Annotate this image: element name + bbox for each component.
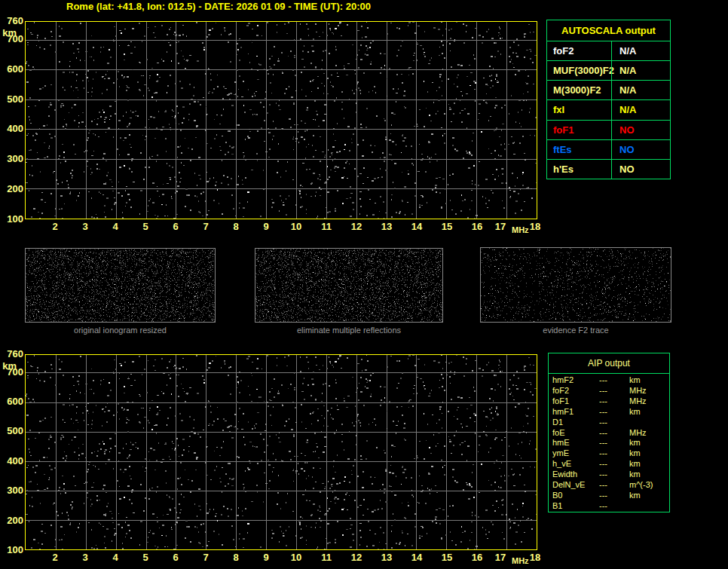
aip-value: ---: [599, 407, 629, 416]
aip-param: D1: [552, 418, 599, 427]
aip-unit: km: [629, 375, 669, 384]
x-tick-label: 5: [134, 222, 157, 232]
aip-value: ---: [599, 375, 629, 384]
aip-table-row: DelN_vE---m^(-3): [549, 479, 669, 490]
autoscala-table-header: AUTOSCALA output: [547, 20, 670, 41]
x-tick-label: 6: [164, 552, 187, 563]
x-tick-label: 16: [466, 552, 488, 563]
autoscala-table-row: ftEsNO: [547, 139, 670, 159]
y-tick-label: 200: [0, 515, 23, 526]
parameter-value: NO: [611, 121, 670, 139]
x-tick-label: 13: [375, 222, 398, 232]
autoscala-table-row: foF2N/A: [547, 41, 670, 60]
x-tick-label: 5: [134, 552, 157, 563]
panel-original-canvas: [26, 249, 215, 322]
aip-unit: m^(-3): [629, 480, 669, 489]
ionogram-canvas-bottom: [26, 355, 537, 549]
y-tick-label: 100: [0, 214, 23, 225]
x-tick-label: 10: [285, 222, 307, 232]
panel-original-ionogram: [25, 248, 216, 323]
aip-param: hmE: [552, 438, 599, 447]
x-tick-label: 15: [436, 552, 458, 563]
aip-value: ---: [599, 470, 629, 479]
parameter-label: fxI: [547, 100, 611, 119]
aip-param: foF2: [552, 386, 599, 395]
parameter-label: foF2: [547, 41, 611, 60]
y-axis-unit-label: km: [0, 28, 17, 38]
autoscala-table-row: foF1NO: [547, 120, 670, 139]
aip-param: h_vE: [552, 459, 599, 468]
x-tick-label: 12: [345, 222, 368, 232]
x-tick-label: 8: [225, 222, 247, 232]
caption-eliminate-reflections: eliminate multiple reflections: [255, 326, 443, 335]
x-tick-label: 17: [489, 552, 512, 563]
x-tick-label: 7: [194, 552, 217, 563]
parameter-label: foF1: [547, 121, 611, 139]
aip-unit: km: [629, 448, 669, 457]
aip-table-row: Ewidth---km: [549, 469, 669, 479]
parameter-value: N/A: [611, 81, 670, 99]
y-tick-label: 300: [0, 485, 23, 496]
autoscala-table-row: fxIN/A: [547, 99, 670, 119]
x-tick-label: 7: [194, 222, 217, 232]
aip-table-row: h_vE---km: [549, 458, 669, 469]
aip-param: foF1: [552, 396, 599, 405]
y-tick-label: 500: [0, 94, 23, 105]
aip-param: hmF2: [552, 375, 599, 384]
x-tick-label: 6: [164, 222, 187, 232]
aip-param: B0: [552, 491, 599, 500]
parameter-value: NO: [611, 160, 670, 179]
aip-value: ---: [599, 448, 629, 457]
aip-value: ---: [599, 418, 629, 427]
aip-value: ---: [599, 501, 629, 510]
autoscala-table-row: M(3000)F2N/A: [547, 80, 670, 99]
panel-eliminate-reflections-canvas: [255, 249, 442, 322]
aip-unit: MHz: [629, 386, 669, 395]
x-tick-label: 13: [375, 552, 398, 563]
x-tick-label: 3: [74, 222, 96, 232]
parameter-value: N/A: [611, 61, 670, 80]
aip-table-row: hmE---km: [549, 438, 669, 448]
y-tick-label: 760: [0, 16, 23, 26]
x-axis-unit-label: MHz: [512, 225, 529, 234]
aip-output-table: AIP output hmF2---kmfoF2---MHzfoF1---MHz…: [548, 353, 670, 512]
autoscala-output-table: AUTOSCALA output foF2N/AMUF(3000)F2N/AM(…: [546, 20, 671, 179]
aip-table-row: D1---: [549, 417, 669, 427]
x-tick-label: 9: [255, 222, 277, 232]
caption-evidence-f2-trace: evidence F2 trace: [480, 326, 671, 335]
aip-table-row: foF2---MHz: [549, 385, 669, 396]
aip-table-row: foF1---MHz: [549, 396, 669, 406]
y-tick-label: 400: [0, 124, 23, 134]
aip-unit: km: [629, 438, 669, 447]
aip-table-body: hmF2---kmfoF2---MHzfoF1---MHzhmF1---kmD1…: [549, 374, 669, 512]
x-tick-label: 16: [466, 222, 488, 232]
aip-param: hmF1: [552, 407, 599, 416]
aip-unit: MHz: [629, 396, 669, 405]
aip-param: ymE: [552, 448, 599, 457]
ionogram-canvas-top: [26, 22, 537, 219]
page-title: Rome (lat: +41.8, lon: 012.5) - DATE: 20…: [66, 1, 371, 12]
aip-table-row: hmF2---km: [549, 375, 669, 385]
aip-unit: MHz: [629, 428, 669, 437]
x-axis-unit-label: MHz: [512, 556, 529, 565]
panel-evidence-f2-trace: [480, 247, 671, 323]
autoscala-table-row: MUF(3000)F2N/A: [547, 60, 670, 80]
autoscala-table-row: h'EsNO: [547, 159, 670, 179]
y-tick-label: 200: [0, 184, 23, 194]
aip-value: ---: [599, 480, 629, 489]
panel-eliminate-reflections: [255, 248, 443, 323]
x-tick-label: 12: [345, 552, 368, 563]
y-tick-label: 500: [0, 426, 23, 436]
x-tick-label: 11: [315, 552, 338, 563]
aip-table-row: foE---MHz: [549, 427, 669, 438]
y-axis-unit-label: km: [0, 361, 17, 372]
x-tick-label: 2: [44, 222, 66, 232]
y-tick-label: 300: [0, 154, 23, 164]
x-tick-label: 14: [405, 552, 428, 563]
y-tick-label: 760: [0, 349, 23, 359]
aip-table-row: hmF1---km: [549, 406, 669, 417]
aip-unit: km: [629, 407, 669, 416]
aip-value: ---: [599, 396, 629, 405]
aip-table-row: B0---km: [549, 490, 669, 500]
aip-unit: km: [629, 459, 669, 468]
